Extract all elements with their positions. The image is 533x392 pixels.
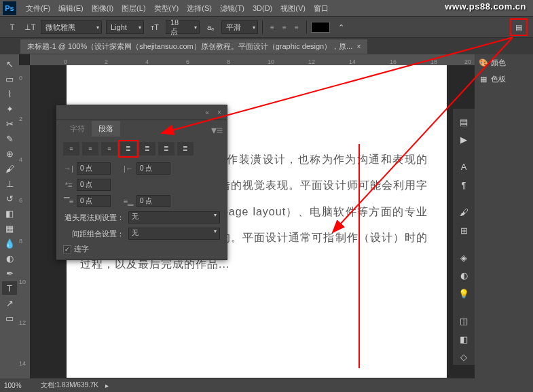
gradient-tool-icon[interactable]: ▦ [2, 221, 17, 235]
lasso-tool-icon[interactable]: ⌇ [2, 87, 17, 101]
close-icon[interactable]: × [356, 43, 361, 50]
crop-tool-icon[interactable]: ✂ [2, 117, 17, 130]
path-tool-icon[interactable]: ↗ [2, 296, 17, 310]
history-brush-icon[interactable]: ↺ [2, 192, 17, 205]
space-before-input[interactable] [77, 195, 111, 207]
hyphen-rules-select[interactable]: 无 [128, 211, 220, 224]
ligature-checkbox[interactable]: ✓ [63, 245, 71, 253]
para-panel-icon[interactable]: ¶ [456, 177, 472, 193]
tab-paragraph[interactable]: 段落 [92, 121, 120, 137]
status-chevron-icon[interactable]: ▸ [105, 382, 109, 389]
ligature-checkbox-row[interactable]: ✓ 连字 [63, 244, 220, 254]
indent-first-field[interactable]: *≡ [63, 179, 111, 191]
blur-tool-icon[interactable]: 💧 [2, 236, 17, 250]
indent-left-input[interactable] [77, 162, 111, 175]
lights-panel-icon[interactable]: 💡 [456, 286, 472, 302]
history-panel-icon[interactable]: ▤ [456, 114, 472, 130]
layers-panel-icon[interactable]: ◫ [456, 313, 472, 329]
wand-tool-icon[interactable]: ✦ [2, 102, 17, 115]
ruler-horizontal: 0 2 4 6 8 10 12 14 16 18 20 [30, 54, 475, 65]
document-tab-title: 未标题-1 @ 100%（设计探索网（shejitansuo.com）原创教程。… [27, 41, 352, 52]
zoom-input[interactable] [4, 382, 34, 389]
ligature-label: 连字 [74, 244, 89, 254]
stamp-tool-icon[interactable]: ⊥ [2, 177, 17, 190]
spacing-set-select[interactable]: 无 [128, 228, 220, 240]
space-before-field[interactable]: ▔≡ [63, 195, 111, 207]
justify-last-center-button[interactable]: ≣ [139, 142, 155, 156]
dodge-tool-icon[interactable]: ◐ [2, 251, 17, 265]
font-family-select[interactable]: 微软雅黑 [41, 20, 102, 34]
font-size-select[interactable]: 18 点 [166, 20, 200, 34]
space-after-icon: ≡▁ [123, 196, 134, 206]
menu-file[interactable]: 文件(F) [22, 3, 54, 14]
heal-tool-icon[interactable]: ⊕ [2, 147, 17, 160]
move-tool-icon[interactable]: ↖ [2, 57, 17, 71]
align-center-icon[interactable]: ≡ [279, 22, 290, 33]
warp-text-icon[interactable]: ⌃ [334, 20, 348, 34]
text-color-swatch[interactable] [311, 22, 330, 33]
menu-view[interactable]: 视图(V) [276, 3, 310, 14]
align-right-button[interactable]: ≡ [101, 142, 117, 156]
panel-titlebar[interactable]: « × [56, 105, 227, 120]
justify-last-left-button[interactable]: ≣ [120, 142, 136, 156]
clone-panel-icon[interactable]: ⊞ [456, 223, 472, 238]
3d-panel-icon[interactable]: ◈ [456, 250, 472, 266]
document-tab[interactable]: 未标题-1 @ 100%（设计探索网（shejitansuo.com）原创教程。… [20, 39, 367, 54]
justify-all-button[interactable]: ≣ [177, 142, 194, 156]
menu-type[interactable]: 类型(Y) [150, 3, 183, 14]
align-left-button[interactable]: ≡ [63, 142, 79, 156]
char-para-panel-toggle[interactable]: ▤ [510, 18, 528, 36]
antialias-select[interactable]: 平滑 [221, 20, 258, 34]
panel-icon: ▤ [515, 23, 522, 32]
menu-image[interactable]: 图像(I) [88, 3, 117, 14]
close-icon[interactable]: × [215, 108, 224, 118]
shape-tool-icon[interactable]: ▭ [2, 311, 17, 325]
actions-panel-icon[interactable]: ▶ [456, 132, 472, 148]
document-tab-bar: 未标题-1 @ 100%（设计探索网（shejitansuo.com）原创教程。… [0, 38, 533, 54]
menu-window[interactable]: 窗口 [310, 3, 333, 14]
eyedropper-tool-icon[interactable]: ✎ [2, 132, 17, 145]
indent-right-field[interactable]: |← [123, 162, 170, 175]
palette-icon: 🎨 [479, 58, 488, 67]
panel-menu-icon[interactable]: ▾≡ [207, 124, 227, 137]
font-weight-select[interactable]: Light [106, 20, 144, 34]
indent-right-input[interactable] [136, 162, 170, 175]
brush-tool-icon[interactable]: 🖌 [2, 162, 17, 175]
justify-last-right-button[interactable]: ≣ [158, 142, 174, 156]
eraser-tool-icon[interactable]: ◧ [2, 207, 17, 220]
char-panel-icon[interactable]: A [456, 160, 472, 175]
indent-left-field[interactable]: →| [63, 162, 111, 175]
menu-filter[interactable]: 滤镜(T) [216, 3, 249, 14]
paragraph-panel: « × 字符 段落 ▾≡ ≡ ≡ ≡ ≣ ≣ ≣ ≣ →| |← [56, 105, 227, 260]
space-after-field[interactable]: ≡▁ [123, 195, 170, 207]
swatches-panel-header[interactable]: ▦ 色板 [475, 71, 533, 87]
text-align-group: ≡ ≡ ≡ [267, 22, 302, 33]
align-left-icon[interactable]: ≡ [267, 22, 278, 33]
brush-panel-icon[interactable]: 🖌 [456, 204, 472, 220]
spacing-set-label: 间距组合设置： [63, 229, 124, 239]
menu-3d[interactable]: 3D(D) [249, 4, 276, 12]
tab-character[interactable]: 字符 [63, 121, 92, 137]
menu-edit[interactable]: 编辑(E) [54, 3, 88, 14]
ruler-vertical: 0 2 4 6 8 10 12 14 [19, 65, 30, 378]
doc-size-label: 文档:1.83M/639.7K [41, 380, 98, 390]
paths-panel-icon[interactable]: ◇ [456, 349, 472, 365]
indent-first-input[interactable] [77, 179, 111, 191]
paragraph-align-row: ≡ ≡ ≡ ≣ ≣ ≣ ≣ [63, 142, 220, 156]
type-tool-icon[interactable]: T [2, 281, 17, 295]
menu-layer[interactable]: 图层(L) [117, 3, 149, 14]
align-center-button[interactable]: ≡ [82, 142, 98, 156]
marquee-tool-icon[interactable]: ▭ [2, 72, 17, 86]
collapse-icon[interactable]: « [202, 108, 212, 118]
text-tool-icon: T [5, 20, 19, 34]
collapsed-panel-strip: ▤ ▶ A ¶ 🖌 ⊞ ◈ ◐ 💡 ◫ ◧ ◇ [453, 109, 475, 365]
aa-icon: aₐ [204, 20, 217, 34]
color-panel-header[interactable]: 🎨 颜色 [475, 54, 533, 71]
align-right-icon[interactable]: ≡ [291, 22, 302, 33]
materials-panel-icon[interactable]: ◐ [456, 268, 472, 284]
pen-tool-icon[interactable]: ✒ [2, 266, 17, 280]
menu-select[interactable]: 选择(S) [183, 3, 216, 14]
space-after-input[interactable] [136, 195, 170, 207]
channels-panel-icon[interactable]: ◧ [456, 332, 472, 347]
orientation-icon[interactable]: ⊥T [23, 20, 37, 34]
